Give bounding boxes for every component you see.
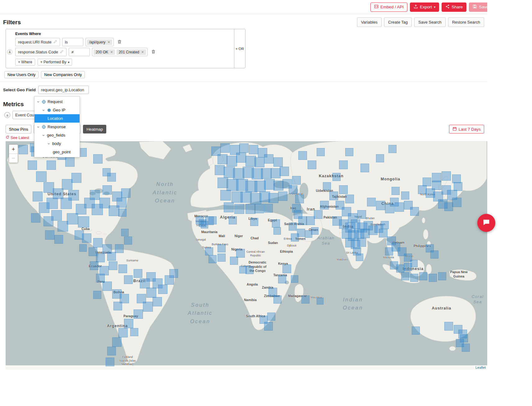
dropdown-item-label: Geo IP <box>53 108 65 112</box>
heat-square <box>234 204 244 214</box>
heat-square <box>317 298 323 304</box>
dropdown-item-location[interactable]: Location <box>34 114 80 123</box>
divider <box>0 82 487 82</box>
show-pins-button[interactable]: Show Pins <box>6 125 31 133</box>
chevron-down-icon[interactable]: › <box>36 100 41 103</box>
heat-square <box>45 230 54 240</box>
heat-square <box>444 322 453 331</box>
create-tag-button[interactable]: Create Tag <box>384 17 412 27</box>
heat-square <box>280 167 289 176</box>
filter-values[interactable]: 200 OK × 201 Created × <box>92 48 148 56</box>
heat-square <box>130 328 138 336</box>
heat-square <box>90 261 99 270</box>
dropdown-item-geo-fields[interactable]: ›geo_fields <box>34 131 80 139</box>
heat-square <box>264 204 273 213</box>
heat-square <box>107 252 116 261</box>
heat-square <box>410 260 418 267</box>
field-selector[interactable]: response.Status Code <box>15 48 66 56</box>
heat-square <box>291 233 299 241</box>
chevron-down-icon[interactable]: › <box>47 142 51 145</box>
remove-chip-icon[interactable]: × <box>108 40 110 44</box>
dropdown-item-body[interactable]: ›body <box>34 139 80 148</box>
variables-button[interactable]: Variables <box>357 17 382 27</box>
heat-square <box>432 181 441 190</box>
filter-values[interactable]: /api/query × <box>85 38 114 46</box>
add-where-button[interactable]: + Where <box>15 59 35 65</box>
chevron-down-icon[interactable]: › <box>36 125 41 129</box>
heat-square <box>169 269 178 278</box>
add-performed-by-button[interactable]: + Performed By ▾ <box>38 59 72 65</box>
and-joiner[interactable]: & <box>7 49 12 55</box>
heat-square <box>249 145 258 154</box>
save-search-button[interactable]: Save Search <box>414 17 445 27</box>
heat-square <box>106 358 114 366</box>
heat-square <box>268 288 277 296</box>
operator-selector[interactable]: is <box>62 38 83 46</box>
heat-square <box>314 210 323 219</box>
remove-chip-icon[interactable]: × <box>141 50 144 54</box>
heat-square <box>273 227 281 235</box>
heat-square <box>308 160 316 169</box>
topbar: Embed / API Export ▾ Share Save <box>0 0 487 14</box>
heat-square <box>93 238 103 247</box>
save-button[interactable]: Save <box>469 2 487 12</box>
add-or-button[interactable]: + OR <box>234 29 245 68</box>
heat-square <box>115 244 124 253</box>
heat-square <box>90 190 100 200</box>
share-button[interactable]: Share <box>442 2 466 12</box>
heat-square <box>245 204 255 214</box>
heat-square <box>19 145 28 154</box>
heat-square <box>218 244 226 252</box>
new-companies-only-button[interactable]: New Companies Only <box>41 71 85 78</box>
dropdown-item-response[interactable]: ›Response <box>34 123 80 131</box>
delete-filter-button[interactable] <box>151 49 156 55</box>
heat-square <box>418 185 427 194</box>
geo-field-input[interactable]: request.geo_ip.Location <box>38 86 89 94</box>
heat-square <box>107 347 116 355</box>
heat-square <box>273 157 283 167</box>
heat-square <box>124 237 132 245</box>
heat-square <box>295 195 304 203</box>
world-map[interactable]: CanadaUnited StatesCubaVenezuelaSuriname… <box>6 141 487 370</box>
operator-selector[interactable]: ≠ <box>69 48 90 56</box>
leaflet-attribution[interactable]: Leaflet <box>474 365 487 370</box>
remove-chip-icon[interactable]: × <box>110 50 113 54</box>
export-button[interactable]: Export ▾ <box>410 2 439 12</box>
heat-square <box>93 291 101 299</box>
zoom-out-button[interactable]: − <box>9 154 18 163</box>
zoom-in-button[interactable]: + <box>9 145 18 154</box>
heat-square <box>357 210 366 219</box>
share-icon <box>445 4 450 10</box>
heatmap-button[interactable]: Heatmap <box>83 125 106 133</box>
heat-square <box>268 193 278 203</box>
heat-square <box>267 313 275 321</box>
heat-square <box>376 154 384 162</box>
heat-square <box>345 195 354 203</box>
heat-square <box>323 182 331 190</box>
see-latest-link[interactable]: See Latest <box>6 135 29 140</box>
heat-square <box>103 168 111 176</box>
events-where-panel: Events Where request.URI Route is /api/q… <box>6 29 245 68</box>
heat-square <box>124 319 133 328</box>
new-users-only-button[interactable]: New Users Only <box>4 71 39 78</box>
dropdown-item-request[interactable]: ›Request <box>34 97 80 106</box>
heat-square <box>385 247 393 255</box>
heat-square <box>410 274 418 282</box>
chevron-down-icon[interactable]: › <box>42 109 46 112</box>
heat-square <box>36 171 47 182</box>
dropdown-item-label: Request <box>48 99 62 104</box>
embed-api-button[interactable]: Embed / API <box>370 2 407 12</box>
date-range-button[interactable]: Last 7 Days <box>449 125 484 133</box>
dropdown-item-geo-ip[interactable]: ›Geo IP <box>34 106 80 114</box>
dropdown-item-geo-point[interactable]: geo_point <box>34 148 80 156</box>
chevron-down-icon[interactable]: › <box>42 134 46 137</box>
heat-square <box>227 156 237 166</box>
restore-search-button[interactable]: Restore Search <box>448 17 484 27</box>
heat-square <box>229 216 237 224</box>
heat-square <box>67 213 78 224</box>
chat-bubble-button[interactable] <box>477 214 495 232</box>
caret-down-icon: ▾ <box>68 61 69 64</box>
field-selector[interactable]: request.URI Route <box>15 38 60 46</box>
heat-square <box>271 168 281 178</box>
delete-filter-button[interactable] <box>117 39 122 45</box>
